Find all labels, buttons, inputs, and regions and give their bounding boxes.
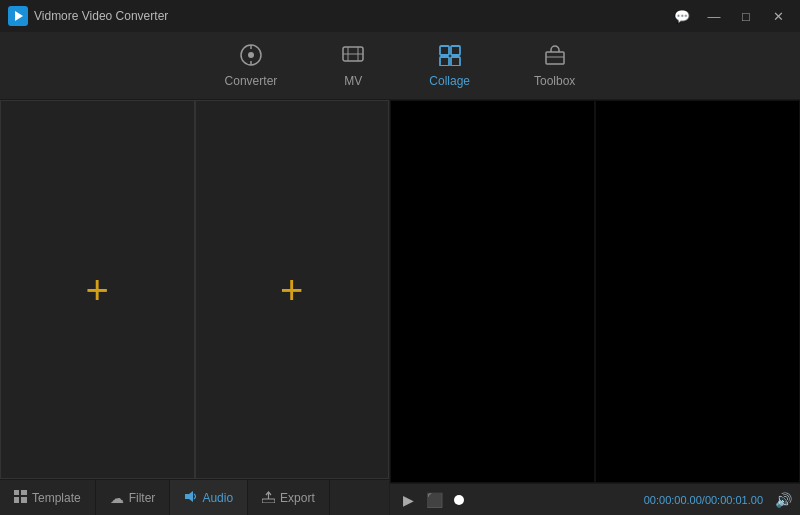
add-video-icon-1: + — [86, 270, 109, 310]
filter-label: Filter — [129, 491, 156, 505]
toolbox-icon — [543, 44, 567, 70]
sub-tab-audio[interactable]: Audio — [170, 480, 248, 515]
audio-icon — [184, 490, 197, 506]
toolbox-label: Toolbox — [534, 74, 575, 88]
titlebar-left: Vidmore Video Converter — [8, 6, 168, 26]
collage-area: + + — [0, 100, 389, 479]
collage-label: Collage — [429, 74, 470, 88]
app-title: Vidmore Video Converter — [34, 9, 168, 23]
export-icon — [262, 490, 275, 506]
svg-rect-17 — [21, 490, 27, 495]
template-icon — [14, 490, 27, 506]
tab-toolbox[interactable]: Toolbox — [522, 38, 587, 94]
left-panel: + + Template ☁ Fil — [0, 100, 390, 515]
chat-button[interactable]: 💬 — [668, 6, 696, 26]
svg-rect-11 — [451, 46, 460, 55]
collage-icon — [438, 44, 462, 70]
sub-tabs: Template ☁ Filter Audio — [0, 479, 389, 515]
sub-tab-template[interactable]: Template — [0, 480, 96, 515]
right-panel: ▶ ⬛ 00:00:00.00/00:00:01.00 🔊 — [390, 100, 800, 515]
app-icon — [8, 6, 28, 26]
titlebar: Vidmore Video Converter 💬 — □ ✕ — [0, 0, 800, 32]
sub-tab-filter[interactable]: ☁ Filter — [96, 480, 171, 515]
stop-button[interactable]: ⬛ — [424, 490, 444, 510]
svg-rect-19 — [21, 497, 27, 503]
svg-point-3 — [248, 52, 254, 58]
add-video-icon-2: + — [280, 270, 303, 310]
filter-icon: ☁ — [110, 490, 124, 506]
svg-rect-16 — [14, 490, 19, 495]
converter-label: Converter — [225, 74, 278, 88]
svg-marker-20 — [185, 491, 193, 502]
converter-icon — [239, 44, 263, 70]
close-button[interactable]: ✕ — [764, 6, 792, 26]
minimize-button[interactable]: — — [700, 6, 728, 26]
svg-rect-21 — [262, 499, 275, 503]
navbar: Converter MV Collage — [0, 32, 800, 100]
svg-rect-10 — [440, 46, 449, 55]
svg-rect-13 — [451, 57, 460, 66]
progress-dot — [454, 495, 464, 505]
play-button[interactable]: ▶ — [398, 490, 418, 510]
svg-rect-18 — [14, 497, 19, 503]
time-display: 00:00:00.00/00:00:01.00 — [644, 494, 763, 506]
svg-rect-12 — [440, 57, 449, 66]
audio-label: Audio — [202, 491, 233, 505]
collage-cell-1[interactable]: + — [0, 100, 195, 479]
tab-mv[interactable]: MV — [329, 38, 377, 94]
preview-cell-2 — [595, 100, 800, 483]
player-controls: ▶ ⬛ 00:00:00.00/00:00:01.00 🔊 — [390, 483, 800, 515]
tab-converter[interactable]: Converter — [213, 38, 290, 94]
collage-cell-2[interactable]: + — [195, 100, 390, 479]
volume-icon[interactable]: 🔊 — [775, 492, 792, 508]
main-area: + + Template ☁ Fil — [0, 100, 800, 515]
mv-label: MV — [344, 74, 362, 88]
preview-area — [390, 100, 800, 483]
preview-cell-1 — [390, 100, 595, 483]
tab-collage[interactable]: Collage — [417, 38, 482, 94]
svg-rect-14 — [546, 52, 564, 64]
mv-icon — [341, 44, 365, 70]
export-label: Export — [280, 491, 315, 505]
maximize-button[interactable]: □ — [732, 6, 760, 26]
titlebar-controls: 💬 — □ ✕ — [668, 6, 792, 26]
template-label: Template — [32, 491, 81, 505]
sub-tab-export[interactable]: Export — [248, 480, 330, 515]
